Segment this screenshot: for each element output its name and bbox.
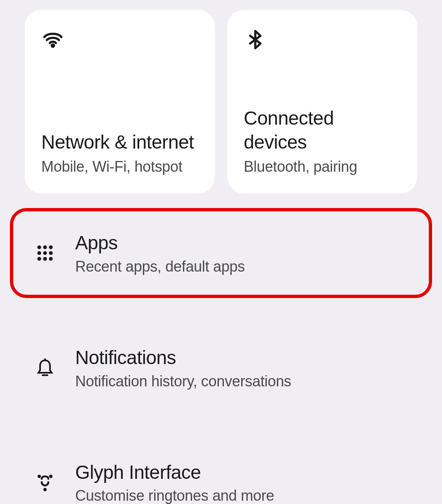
bell-icon (35, 357, 55, 378)
svg-point-2 (43, 245, 47, 249)
card-connected-devices[interactable]: Connected devices Bluetooth, pairing (227, 10, 417, 194)
glyph-icon (35, 472, 55, 492)
svg-point-14 (44, 488, 46, 491)
svg-point-4 (37, 251, 41, 255)
card-title: Network & internet (41, 130, 198, 154)
svg-point-13 (50, 475, 52, 478)
svg-point-6 (49, 251, 52, 255)
svg-point-3 (49, 245, 52, 249)
svg-point-12 (38, 475, 40, 478)
card-content: Network & internet Mobile, Wi-Fi, hotspo… (41, 130, 198, 176)
svg-point-8 (43, 257, 47, 260)
card-network-internet[interactable]: Network & internet Mobile, Wi-Fi, hotspo… (25, 10, 215, 194)
svg-point-9 (49, 257, 52, 260)
apps-grid-icon (35, 243, 55, 263)
settings-top-cards: Network & internet Mobile, Wi-Fi, hotspo… (0, 0, 442, 194)
list-subtitle: Customise ringtones and more (75, 487, 274, 504)
card-subtitle: Bluetooth, pairing (244, 158, 401, 175)
svg-point-1 (37, 245, 41, 249)
list-subtitle: Recent apps, default apps (75, 258, 245, 275)
list-title: Glyph Interface (75, 460, 274, 485)
list-text: Apps Recent apps, default apps (75, 231, 245, 275)
list-item-apps[interactable]: Apps Recent apps, default apps (10, 208, 432, 298)
svg-point-0 (52, 45, 54, 47)
svg-point-5 (43, 251, 47, 255)
settings-list: Apps Recent apps, default apps Notificat… (0, 194, 442, 504)
card-content: Connected devices Bluetooth, pairing (244, 106, 401, 175)
list-subtitle: Notification history, conversations (75, 373, 291, 390)
list-title: Apps (75, 231, 245, 256)
card-title: Connected devices (244, 106, 401, 154)
list-item-notifications[interactable]: Notifications Notification history, conv… (10, 323, 432, 413)
wifi-icon (41, 28, 64, 51)
svg-point-7 (37, 257, 41, 260)
bluetooth-icon (244, 28, 267, 51)
list-text: Notifications Notification history, conv… (75, 345, 291, 390)
list-title: Notifications (75, 345, 291, 370)
card-subtitle: Mobile, Wi-Fi, hotspot (41, 158, 198, 175)
list-text: Glyph Interface Customise ringtones and … (75, 460, 274, 504)
list-item-glyph-interface[interactable]: Glyph Interface Customise ringtones and … (10, 438, 432, 504)
